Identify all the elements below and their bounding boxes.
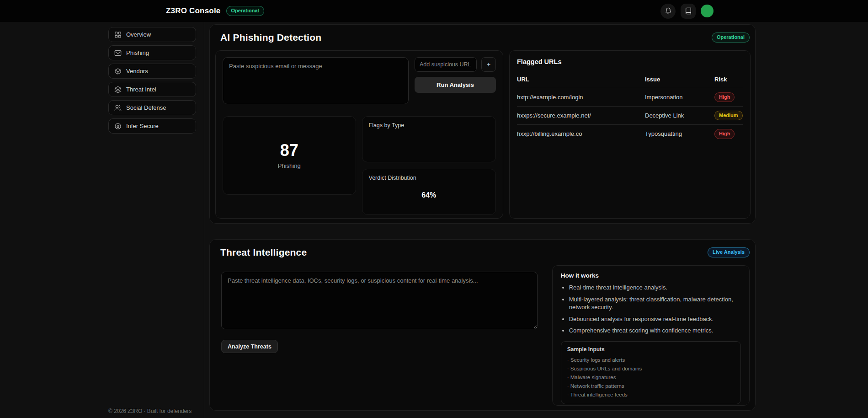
risk-badge: Medium <box>714 111 743 120</box>
live-analysis-badge: Live Analysis <box>708 247 750 257</box>
analyze-threats-button[interactable]: Analyze Threats <box>221 340 278 353</box>
book-icon <box>685 7 692 15</box>
how-it-works-bullet: Debounced analysis for responsive real-t… <box>569 315 741 323</box>
sample-input-item: · Network traffic patterns <box>567 382 735 391</box>
sample-input-item: · Suspicious URLs and domains <box>567 364 735 373</box>
verdict-distribution-card: Verdict Distribution 64% <box>362 169 496 215</box>
mail-icon <box>114 49 122 57</box>
flagged-issue: Deceptive Link <box>645 112 714 119</box>
sidebar: OverviewPhishingVendorsThreat IntelSocia… <box>0 22 204 418</box>
phishing-section-title: AI Phishing Detection <box>220 32 321 43</box>
flagged-url: hxtp://exarnple.com/login <box>517 94 645 101</box>
flagged-urls-panel: Flagged URLs URL Issue Risk hxtp://exarn… <box>509 50 751 219</box>
flagged-issue: Typosquatting <box>645 130 714 137</box>
sample-input-item: · Security logs and alerts <box>567 356 735 364</box>
column-header-issue: Issue <box>645 76 714 83</box>
phishing-count: 87 <box>280 142 298 159</box>
flagged-url-row: hxtp://exarnple.com/loginImpersonationHi… <box>517 88 743 106</box>
how-it-works-bullet: Real-time threat intelligence analysis. <box>569 284 741 292</box>
flagged-url: hxxp://billing.exarnple.co <box>517 130 645 137</box>
sidebar-item-label: Overview <box>126 31 151 38</box>
footer-text: © 2026 Z3RO · Built for defenders <box>108 408 204 414</box>
phishing-status-badge: Operational <box>712 32 750 42</box>
users-icon <box>114 104 122 112</box>
app-title: Z3RO Console <box>166 6 221 16</box>
verdict-percentage: 64% <box>369 181 490 209</box>
column-header-url: URL <box>517 76 645 83</box>
phishing-form-panel: + Run Analysis 87 Phishing Flags by Ty <box>215 50 503 219</box>
sample-inputs-box: Sample Inputs · Security logs and alerts… <box>561 341 741 404</box>
sidebar-item-label: Threat Intel <box>126 86 156 93</box>
sample-input-item: · Threat intelligence feeds <box>567 391 735 399</box>
lock-circle-icon <box>114 123 122 130</box>
sample-input-item: · Malware signatures <box>567 373 735 382</box>
app-header: Z3RO Console Operational <box>0 0 868 22</box>
suspicious-message-input[interactable] <box>223 57 409 104</box>
threat-intel-input[interactable] <box>221 272 538 329</box>
sample-inputs-title: Sample Inputs <box>567 346 735 353</box>
sidebar-item-phishing[interactable]: Phishing <box>108 45 196 60</box>
flagged-urls-title: Flagged URLs <box>517 58 743 65</box>
add-url-button[interactable]: + <box>481 57 496 72</box>
phishing-count-label: Phishing <box>278 162 301 169</box>
sidebar-item-label: Vendors <box>126 68 148 75</box>
avatar[interactable] <box>701 5 714 17</box>
flagged-urls-rows: hxtp://exarnple.com/loginImpersonationHi… <box>517 88 743 143</box>
flagged-urls-header-row: URL Issue Risk <box>517 72 743 88</box>
risk-badge: High <box>714 92 735 102</box>
how-it-works-title: How it works <box>561 272 741 279</box>
flags-by-type-title: Flags by Type <box>369 122 490 129</box>
sidebar-item-label: Social Defense <box>126 104 166 111</box>
verdict-distribution-title: Verdict Distribution <box>369 175 490 181</box>
column-header-risk: Risk <box>714 76 743 83</box>
header-status-badge: Operational <box>226 6 264 16</box>
suspicious-url-input[interactable] <box>415 57 477 72</box>
package-icon <box>114 68 122 75</box>
sidebar-item-threat-intel[interactable]: Threat Intel <box>108 82 196 97</box>
sidebar-item-infer-secure[interactable]: Infer Secure <box>108 118 196 134</box>
run-analysis-button[interactable]: Run Analysis <box>415 77 496 93</box>
flagged-url: hxxps://secure.example.net/ <box>517 112 645 119</box>
flagged-issue: Impersonation <box>645 94 714 101</box>
phishing-section: AI Phishing Detection Operational + Run … <box>209 24 756 224</box>
bell-icon <box>665 7 672 15</box>
sidebar-item-social-defense[interactable]: Social Defense <box>108 100 196 115</box>
grid-icon <box>114 31 122 38</box>
sidebar-item-label: Infer Secure <box>126 123 159 129</box>
notifications-button[interactable] <box>660 4 676 19</box>
sidebar-item-overview[interactable]: Overview <box>108 27 196 42</box>
flags-by-type-card: Flags by Type <box>362 116 496 162</box>
layers-icon <box>114 86 122 93</box>
risk-badge: High <box>714 129 735 139</box>
how-it-works-list: Real-time threat intelligence analysis.M… <box>569 284 741 335</box>
sidebar-item-vendors[interactable]: Vendors <box>108 64 196 79</box>
threat-intel-section: Threat Intelligence Live Analysis Analyz… <box>209 239 756 411</box>
flagged-url-row: hxxp://billing.exarnple.coTyposquattingH… <box>517 124 743 143</box>
how-it-works-bullet: Comprehensive threat scoring with confid… <box>569 327 741 335</box>
sample-inputs-list: · Security logs and alerts· Suspicious U… <box>567 356 735 399</box>
how-it-works-bullet: Multi-layered analysis: threat classific… <box>569 295 741 311</box>
phishing-stat-card: 87 Phishing <box>223 116 356 195</box>
sidebar-item-label: Phishing <box>126 49 149 56</box>
flagged-url-row: hxxps://secure.example.net/Deceptive Lin… <box>517 106 743 124</box>
how-it-works-panel: How it works Real-time threat intelligen… <box>552 265 750 406</box>
sidebar-nav: OverviewPhishingVendorsThreat IntelSocia… <box>108 27 204 137</box>
docs-button[interactable] <box>681 4 696 19</box>
threat-intel-title: Threat Intelligence <box>220 247 307 258</box>
